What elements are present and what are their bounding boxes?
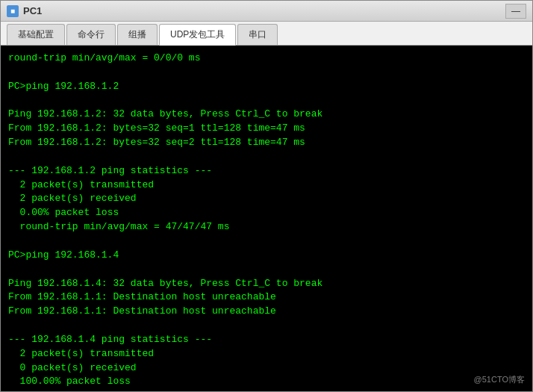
tab-serial[interactable]: 串口 (237, 24, 278, 45)
title-bar-left: ■ PC1 (7, 5, 42, 17)
window-icon: ■ (7, 5, 19, 17)
title-bar: ■ PC1 — (1, 1, 532, 22)
terminal-wrapper: round-trip min/avg/max = 0/0/0 ms PC>pin… (1, 46, 532, 391)
minimize-button[interactable]: — (505, 4, 526, 19)
tab-udp-tool[interactable]: UDP发包工具 (159, 24, 236, 46)
title-bar-controls: — (505, 4, 526, 19)
terminal-output: round-trip min/avg/max = 0/0/0 ms PC>pin… (8, 52, 525, 391)
tab-multicast[interactable]: 组播 (117, 24, 158, 45)
tab-basic-config[interactable]: 基础配置 (7, 24, 65, 45)
window-title: PC1 (23, 5, 42, 16)
tab-command-line[interactable]: 命令行 (66, 24, 116, 45)
tab-bar: 基础配置 命令行 组播 UDP发包工具 串口 (1, 22, 532, 46)
main-window: ■ PC1 — 基础配置 命令行 组播 UDP发包工具 串口 round-tri… (0, 0, 533, 392)
watermark: @51CTO博客 (474, 374, 525, 385)
terminal[interactable]: round-trip min/avg/max = 0/0/0 ms PC>pin… (1, 46, 532, 391)
